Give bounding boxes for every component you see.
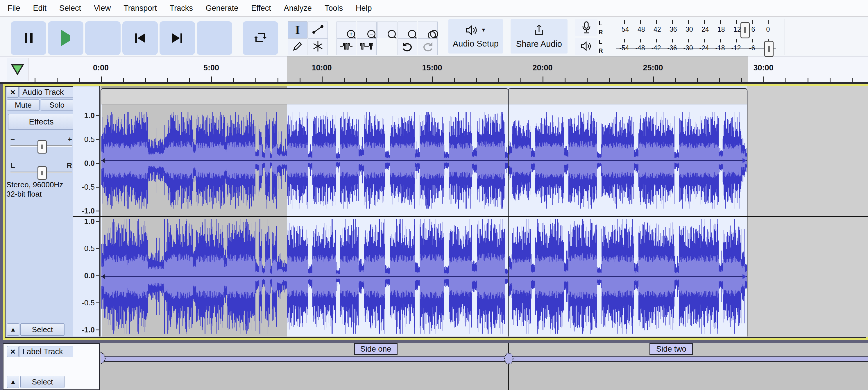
label-track-collapse-button[interactable]: ▲	[7, 376, 19, 388]
playback-meter[interactable]: LR -54-48-42-36-30-24-18-12-60	[574, 37, 781, 55]
recording-meter[interactable]: LR -54-48-42-36-30-24-18-12-60	[574, 19, 781, 37]
redo-button[interactable]	[418, 38, 438, 55]
ruler-minor-tick	[35, 78, 35, 82]
playback-level-slider[interactable]: -54-48-42-36-30-24-18-12-60	[607, 37, 782, 55]
label-track-lane[interactable]: Side oneSide two	[100, 343, 868, 390]
ruler-major-tick	[764, 77, 764, 82]
label-text-2[interactable]: Side two	[649, 343, 693, 355]
stop-button[interactable]	[85, 21, 121, 55]
zoom-out-button[interactable]: −	[357, 22, 377, 38]
tools-toolbar-grip[interactable]	[277, 22, 280, 51]
ruler-minor-tick	[852, 78, 852, 82]
label-region-bar[interactable]	[102, 356, 868, 362]
ruler-minor-tick	[631, 78, 632, 82]
audio-track-collapse-button[interactable]: ▲	[7, 324, 19, 336]
zoom-selection-button[interactable]: ↔	[377, 22, 397, 38]
draw-tool-button[interactable]	[288, 38, 307, 55]
ruler-minor-tick	[808, 78, 808, 82]
ruler-time-label: 25:00	[632, 63, 673, 73]
selection-tool-button[interactable]: I	[288, 22, 307, 38]
share-audio-grip[interactable]	[505, 22, 508, 51]
menu-transport[interactable]: Transport	[117, 0, 163, 16]
audio-setup-button[interactable]: ▼ Audio Setup	[448, 19, 503, 54]
undo-button[interactable]	[398, 38, 417, 55]
track-area-gutter	[0, 84, 3, 390]
ruler-minor-tick	[189, 78, 190, 82]
vruler-value: 0.5	[74, 244, 95, 253]
audio-track-close-button[interactable]: ×	[7, 87, 19, 98]
volume-slider-thumb[interactable]	[740, 22, 750, 38]
pencil-icon	[292, 41, 303, 53]
meter-db-label: -30	[679, 26, 697, 33]
zoom-project-button[interactable]: ⊢⊣	[398, 22, 417, 38]
track-bitdepth-info: 32-bit float	[6, 190, 41, 199]
stereo-waveform-clips[interactable]	[100, 86, 868, 337]
solo-button[interactable]: Solo	[41, 100, 73, 111]
menu-generate[interactable]: Generate	[199, 0, 245, 16]
label-text-1[interactable]: Side one	[354, 343, 398, 355]
label-start-marker[interactable]	[100, 351, 106, 366]
skip-to-end-button[interactable]	[159, 21, 195, 55]
silence-selection-button[interactable]	[357, 38, 377, 55]
meter-db-label: 0	[759, 26, 777, 33]
mute-button[interactable]: Mute	[7, 100, 39, 111]
vruler-value: 0.0	[74, 159, 95, 168]
skip-to-start-button[interactable]	[122, 21, 158, 55]
play-button[interactable]	[48, 21, 84, 55]
meter-toolbar-grip[interactable]	[570, 22, 574, 51]
label-point-marker[interactable]	[504, 353, 514, 364]
vertical-scale-ruler[interactable]: 1.00.50.0-0.5-1.01.00.50.0-0.5-1.0	[73, 86, 100, 336]
vruler-value: -1.0	[74, 326, 95, 334]
zoom-toggle-button[interactable]	[418, 22, 438, 38]
pan-slider-thumb[interactable]	[37, 166, 47, 180]
menu-analyze[interactable]: Analyze	[278, 0, 318, 16]
label-track-select-button[interactable]: Select	[20, 376, 64, 388]
audacity-window: FileEditSelectViewTransportTracksGenerat…	[0, 0, 868, 390]
menu-select[interactable]: Select	[53, 0, 88, 16]
pinned-playhead-button[interactable]	[7, 58, 29, 81]
playback-meter-button[interactable]	[576, 38, 597, 55]
volume-slider-thumb[interactable]	[764, 41, 774, 57]
gain-slider-thumb[interactable]	[37, 140, 47, 154]
envelope-tool-button[interactable]	[308, 22, 328, 38]
timeline-ruler[interactable]: 0:005:0010:0015:0020:0025:0030:00	[0, 56, 868, 82]
loop-button[interactable]	[243, 21, 278, 55]
record-button[interactable]	[197, 21, 232, 55]
audio-track-select-button[interactable]: Select	[20, 324, 64, 336]
menu-edit[interactable]: Edit	[27, 0, 53, 16]
edit-toolbar-grip[interactable]	[331, 22, 335, 51]
menu-effect[interactable]: Effect	[245, 0, 278, 16]
transport-toolbar-grip[interactable]	[1, 22, 5, 51]
zoom-in-button[interactable]: +	[337, 22, 356, 38]
vruler-value: 1.0	[74, 217, 95, 226]
menu-tools[interactable]: Tools	[318, 0, 349, 16]
ruler-minor-tick	[167, 78, 168, 82]
meter-db-label: -12	[727, 44, 745, 52]
ruler-minor-tick	[741, 78, 742, 82]
meter-db-label: -42	[647, 44, 665, 52]
vruler-value: -0.5	[74, 183, 95, 192]
audio-setup-label: Audio Setup	[453, 39, 499, 49]
record-meter-button[interactable]	[576, 19, 597, 36]
trim-outside-selection-button[interactable]	[337, 38, 356, 55]
ruler-major-tick	[322, 77, 322, 82]
track-format-info: Stereo, 96000Hz	[6, 180, 63, 189]
menu-file[interactable]: File	[1, 0, 27, 16]
menu-help[interactable]: Help	[349, 0, 378, 16]
share-audio-button[interactable]: Share Audio	[510, 19, 567, 54]
menu-tracks[interactable]: Tracks	[163, 0, 199, 16]
multi-tool-button[interactable]	[308, 38, 328, 55]
ruler-major-tick	[211, 77, 212, 82]
menu-view[interactable]: View	[88, 0, 117, 16]
effects-button[interactable]: Effects	[8, 114, 74, 130]
ruler-minor-tick	[830, 78, 831, 82]
ruler-minor-tick	[785, 78, 786, 82]
label-track-close-button[interactable]: ×	[7, 346, 19, 357]
pan-slider[interactable]: L R	[10, 165, 72, 178]
vruler-value: -0.5	[74, 298, 95, 307]
recording-level-slider[interactable]: -54-48-42-36-30-24-18-12-60	[607, 19, 782, 37]
gain-slider[interactable]: − +	[10, 139, 72, 152]
pause-button[interactable]	[11, 21, 46, 55]
silence-icon	[360, 42, 373, 52]
audio-setup-grip[interactable]	[442, 22, 446, 51]
